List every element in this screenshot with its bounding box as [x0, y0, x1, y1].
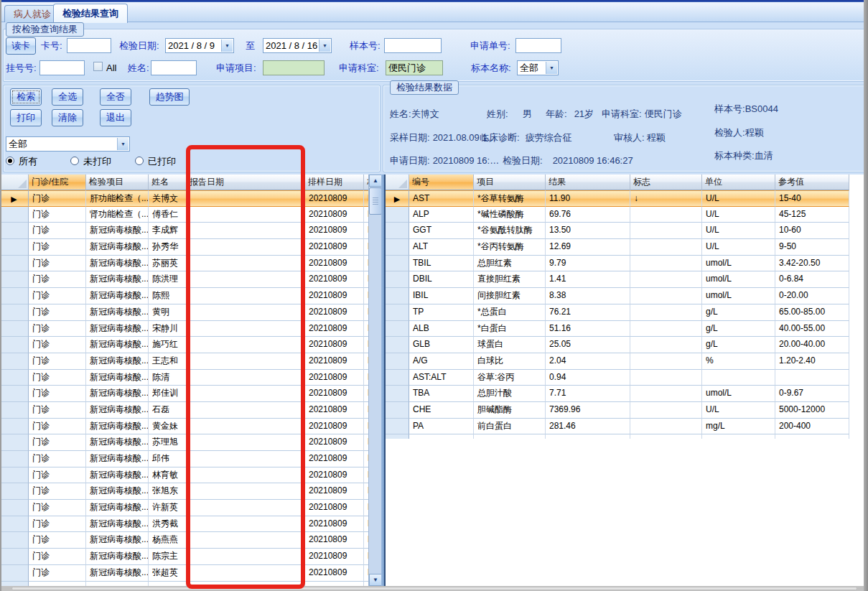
select-none-button[interactable]: 全否 — [100, 88, 131, 106]
select-all-header[interactable] — [386, 174, 409, 190]
cell-name: 陈宗主 — [149, 549, 187, 565]
table-row[interactable]: ALB*白蛋白51.16g/L40.00-55.00 — [386, 321, 849, 338]
date-from-combo[interactable]: 2021 / 8 / 9 — [165, 38, 234, 53]
vertical-scrollbar[interactable]: ▲ ▼ — [368, 174, 381, 586]
table-row[interactable]: 门诊新冠病毒核酸...李成辉20210809KO — [0, 223, 381, 239]
reg-no-input[interactable] — [39, 60, 85, 75]
table-row[interactable]: 门诊新冠病毒核酸...苏丽英20210809RS — [0, 256, 381, 272]
column-header[interactable]: 编号 — [409, 174, 474, 190]
sample-no: 样本号:BS0044 — [714, 103, 778, 115]
table-row[interactable]: 门诊新冠病毒核酸...杨燕燕20210809RS — [0, 532, 381, 549]
table-row[interactable]: ▶AST*谷草转氨酶11.90↓U/L15-40 — [386, 190, 849, 207]
column-header[interactable]: 门诊/住院 — [29, 174, 86, 190]
cell-report_date — [187, 190, 305, 207]
filter-combo[interactable]: 全部 — [6, 136, 130, 152]
specimen-name-combo[interactable]: 全部 — [517, 60, 559, 75]
table-row[interactable]: GLB球蛋白25.05g/L20.00-40.00 — [386, 337, 849, 353]
horizontal-scrollbar-thumb[interactable] — [11, 587, 857, 590]
table-row[interactable]: 门诊新冠病毒核酸...陈洪理20210809RS — [0, 271, 381, 288]
table-row[interactable]: PA前白蛋白281.46mg/L200-400 — [386, 419, 849, 435]
column-header[interactable]: 排样日期 — [305, 174, 364, 190]
table-row[interactable]: 门诊新冠病毒核酸...石磊20210809RS — [0, 402, 381, 419]
radio-已打印[interactable] — [135, 157, 144, 165]
column-header[interactable]: 结果 — [546, 174, 630, 190]
select-all-button[interactable]: 全选 — [52, 88, 83, 106]
date-to-combo[interactable]: 2021 / 8 / 16 — [263, 38, 332, 53]
table-row[interactable]: 门诊新冠病毒核酸...林育敏20210809RS — [0, 467, 381, 484]
radio-未打印[interactable] — [70, 157, 79, 165]
column-header[interactable]: 参考值 — [775, 174, 849, 190]
table-row[interactable]: 门诊新冠病毒核酸...宋静川20210809RS — [0, 321, 381, 338]
scroll-up-icon[interactable]: ▲ — [369, 174, 382, 187]
table-row[interactable]: 门诊新冠病毒核酸...孙秀华20210809KO — [0, 239, 381, 256]
cell-result: 7.71 — [546, 386, 630, 402]
name-input[interactable] — [151, 60, 197, 75]
table-row[interactable]: DBIL直接胆红素1.41umol/L0-6.84 — [386, 271, 849, 288]
exit-button[interactable]: 退出 — [100, 109, 131, 126]
table-row[interactable]: 门诊新冠病毒核酸...黄金妹20210809RS — [0, 419, 381, 435]
cell-report_date — [187, 500, 305, 516]
trend-chart-button[interactable]: 趋势图 — [149, 88, 190, 106]
read-card-button[interactable]: 读卡 — [6, 37, 36, 55]
cell-ref: 3.42-20.50 — [775, 256, 849, 272]
cell-type: 门诊 — [29, 483, 86, 500]
table-row[interactable]: ALP*碱性磷酸酶69.76U/L45-125 — [386, 207, 849, 223]
tab-patient-visit[interactable]: 病人就诊 — [4, 5, 60, 22]
all-checkbox[interactable] — [93, 62, 103, 71]
column-header[interactable]: 单位 — [702, 174, 775, 190]
column-header[interactable]: 姓名 — [149, 174, 187, 190]
column-header[interactable]: 项目 — [474, 174, 546, 190]
column-header[interactable]: 报告日期 — [187, 174, 305, 190]
cell-item: 新冠病毒核酸... — [86, 353, 149, 370]
chevron-down-icon[interactable] — [319, 39, 330, 52]
table-row[interactable]: ▶门诊肝功能检查（...关博文20210809BS — [0, 190, 381, 207]
table-row[interactable]: 门诊新冠病毒核酸...陈清20210809RS — [0, 370, 381, 386]
table-row[interactable]: TP*总蛋白76.21g/L65.00-85.00 — [386, 304, 849, 321]
sample-no-input[interactable] — [384, 38, 442, 53]
table-row[interactable]: AST:ALT谷草:谷丙0.94 — [386, 370, 849, 386]
cell-result: 1.41 — [546, 271, 630, 288]
table-row[interactable]: TBA总胆汁酸7.71umol/L0-9.67 — [386, 386, 849, 402]
table-row[interactable]: 门诊新冠病毒核酸...张旭东20210809RS — [0, 483, 381, 500]
card-no-input[interactable] — [67, 38, 111, 53]
table-row[interactable]: 门诊新冠病毒核酸...黄明20210809RS — [0, 304, 381, 321]
cell-sort_date: 20210809 — [305, 353, 364, 370]
column-header[interactable]: 检验项目 — [86, 174, 149, 190]
scroll-down-icon[interactable]: ▼ — [369, 574, 382, 586]
table-row[interactable] — [386, 434, 849, 439]
request-item-input[interactable] — [263, 60, 325, 75]
table-row[interactable]: 门诊新冠病毒核酸...邱伟20210809RS — [0, 451, 381, 467]
table-row[interactable]: 门诊新冠病毒核酸...苏理旭20210809RS — [0, 434, 381, 451]
select-all-header[interactable] — [0, 174, 29, 190]
table-row[interactable]: 门诊新冠病毒核酸...施巧红20210809RS — [0, 337, 381, 353]
table-row[interactable]: 门诊新冠病毒核酸...张超英20210809RS — [0, 565, 381, 582]
clear-button[interactable]: 清除 — [52, 109, 83, 126]
table-row[interactable]: 门诊新冠病毒核酸...陈熙20210809RS — [0, 288, 381, 304]
search-button[interactable]: 检索 — [10, 88, 42, 106]
table-row[interactable]: CHE胆碱酯酶7369.96U/L5000-12000 — [386, 402, 849, 419]
print-button[interactable]: 打印 — [10, 109, 42, 126]
tab-result-query[interactable]: 检验结果查询 — [53, 4, 128, 23]
cell-flag — [630, 207, 702, 223]
table-row[interactable]: 门诊新冠病毒核酸...郑佳训20210809RS — [0, 386, 381, 402]
chevron-down-icon[interactable] — [117, 138, 129, 150]
chevron-down-icon[interactable] — [546, 62, 557, 74]
chevron-down-icon[interactable] — [221, 39, 233, 52]
table-row[interactable]: TBIL总胆红素9.79umol/L3.42-20.50 — [386, 256, 849, 272]
table-row[interactable]: 门诊新冠病毒核酸...洪秀截20210809RS — [0, 516, 381, 533]
table-row[interactable]: A/G白球比2.04%1.20-2.40 — [386, 353, 849, 370]
cell-code: ALB — [409, 321, 474, 338]
request-no-input[interactable] — [515, 38, 561, 53]
table-row[interactable]: 门诊新冠病毒核酸...许新英20210809RS — [0, 500, 381, 516]
table-row[interactable]: 门诊肾功能检查（...傅香仁20210809BS — [0, 207, 381, 223]
table-row[interactable]: IBIL间接胆红素8.38umol/L0-20.00 — [386, 288, 849, 304]
request-dept-input[interactable]: 便民门诊 — [386, 60, 443, 75]
scrollbar-thumb[interactable] — [369, 187, 382, 215]
row-selector — [0, 483, 29, 500]
table-row[interactable]: 门诊新冠病毒核酸...王志和20210809RS — [0, 353, 381, 370]
column-header[interactable]: 标志 — [630, 174, 702, 190]
table-row[interactable]: GGT*谷氨酰转肽酶13.50U/L10-60 — [386, 223, 849, 239]
table-row[interactable]: 门诊新冠病毒核酸...陈宗主20210809RS — [0, 549, 381, 565]
radio-所有[interactable] — [6, 157, 14, 165]
table-row[interactable]: ALT*谷丙转氨酶12.69U/L9-50 — [386, 239, 849, 256]
